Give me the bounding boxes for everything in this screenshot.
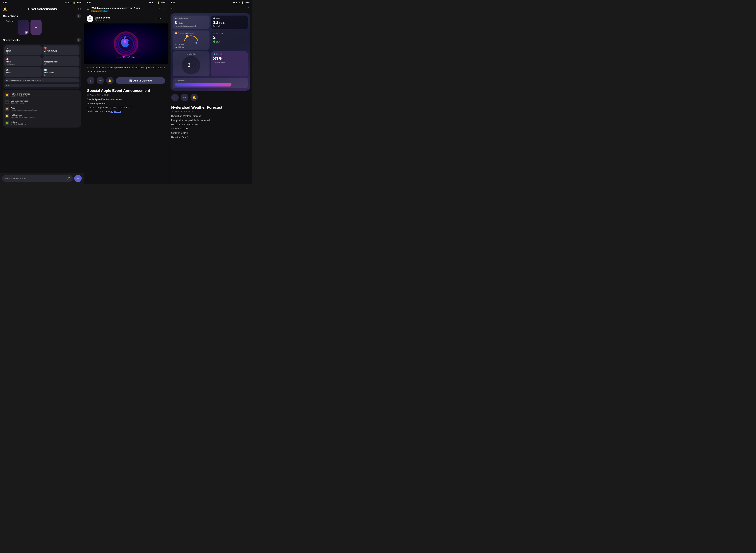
devices-text: Connected devices Bluetooth, pairing xyxy=(11,100,79,104)
humidity-label: 💧 Humidity xyxy=(213,53,246,55)
battery-settings-icon: 🔋 xyxy=(5,121,9,125)
sunrise-time: ☀ 6:02 am xyxy=(175,44,207,46)
back-button-3[interactable]: ← xyxy=(171,7,174,11)
torch-label: Torch xyxy=(6,50,40,52)
share-button[interactable]: ⬆ xyxy=(87,77,94,84)
sunrise-icon: 🌅 xyxy=(175,32,177,34)
visibility-icon: 👁 xyxy=(186,53,188,55)
star-icon[interactable]: ☆ xyxy=(158,8,161,11)
wind-label: 💨 Wind xyxy=(213,17,246,19)
tile-alarm[interactable]: ⏰ Alarm No alarm set xyxy=(4,56,41,66)
sender-info: Apple Events Yesterday xyxy=(95,16,154,21)
weather-line-1: Hyderabad Weather Forecast: xyxy=(171,114,249,118)
back-button[interactable]: ← xyxy=(86,8,90,11)
apps-icon: 📦 xyxy=(5,107,9,111)
edit-weather-icon: ✏ xyxy=(183,96,186,99)
home-label: Home xyxy=(6,72,40,74)
wifi-icon-3: ▲ xyxy=(235,1,238,4)
battery-title: Battery xyxy=(11,121,79,123)
history-button[interactable]: History xyxy=(4,84,79,87)
notifications-icon: 🔔 xyxy=(5,114,9,118)
tile-dnd[interactable]: 🔕 Do Not Disturb On xyxy=(42,46,80,56)
email-tags: External Inbox xyxy=(91,10,156,12)
bell-weather-button[interactable]: 🔔 xyxy=(190,94,198,101)
wifi-icon: ▲ xyxy=(67,1,69,4)
tile-torch[interactable]: 🕯 Torch Off xyxy=(4,46,41,56)
p1-header: 🔔 Pixel Screenshots ⚙ xyxy=(0,5,84,13)
precipitation-icon: 🌧 xyxy=(175,17,177,19)
battery-icon: 🔋 xyxy=(73,1,75,4)
pressure-icon: 🌡 xyxy=(175,80,177,82)
weather-main-title: Hyderabad Weather Forecast xyxy=(168,103,252,110)
quick-tiles: 🕯 Torch Off 🔕 Do Not Disturb On ⏰ Alarm … xyxy=(4,46,79,77)
visibility-label: 👁 Visibility xyxy=(186,53,196,55)
notifications-text: Notifications Notification history, conv… xyxy=(11,114,79,118)
status-icons-1: ⊖ ▲ ▲ 🔋 100% xyxy=(65,1,81,4)
bell-icon[interactable]: 🔔 xyxy=(3,7,7,11)
precipitation-unit: mm xyxy=(179,22,183,24)
apps-text: Apps Assistant, recent apps, default app… xyxy=(11,107,79,111)
collection-add-button[interactable]: + xyxy=(30,20,41,35)
uv-dot xyxy=(213,41,215,43)
dnd-icon-3: ⊖ xyxy=(233,1,235,4)
share-weather-button[interactable]: ⬆ xyxy=(171,94,179,101)
email-topbar: ← Watch a special announcement from Appl… xyxy=(84,5,168,14)
precipitation-label: 🌧 Precipitation xyxy=(175,17,207,19)
settings-item-battery[interactable]: 🔋 Battery 100% · 1 day, 12 hrs xyxy=(3,120,81,127)
weather-line-5: Sunset: 6:33 PM. xyxy=(171,131,249,135)
settings-item-apps[interactable]: 📦 Apps Assistant, recent apps, default a… xyxy=(3,105,81,112)
tile-airplane[interactable]: ✈ Aeroplane mode Off xyxy=(42,56,80,66)
collections-chevron[interactable]: › xyxy=(77,14,81,18)
add-to-calendar-button[interactable]: 📅 Add to Calendar xyxy=(116,77,165,84)
sender-name: Apple Events xyxy=(95,16,154,19)
glowtime-text: It's Glowtime. xyxy=(116,56,135,59)
battery-icon-3: 🔋 xyxy=(241,1,244,4)
settings-list: 📶 Network and Internet Mobile, Wi-Fi, ho… xyxy=(3,90,81,128)
plus-icon: + xyxy=(34,25,37,30)
settings-item-notifications[interactable]: 🔔 Notifications Notification history, co… xyxy=(3,112,81,120)
wind-icon: 💨 xyxy=(213,17,215,19)
edit-button[interactable]: ✏ xyxy=(97,77,104,84)
devices-title: Connected devices xyxy=(11,100,79,102)
visibility-card: 👁 Visibility 3 mi xyxy=(173,51,209,76)
reply-icon[interactable]: ↩↩ xyxy=(156,17,161,20)
airplane-icon: ✈ xyxy=(44,58,78,61)
sender-avatar xyxy=(87,15,93,22)
calendar-icon: 📅 xyxy=(129,79,132,82)
edit-weather-button[interactable]: ✏ xyxy=(181,94,188,101)
fab-add-button[interactable]: + xyxy=(74,175,82,182)
tile-home[interactable]: 🏠 Home xyxy=(4,67,41,77)
bell-weather-icon: 🔔 xyxy=(192,96,196,99)
wind-value: 13 km/h xyxy=(213,20,246,24)
screenshot-card-1[interactable]: 🕯 Torch Off 🔕 Do Not Disturb On ⏰ Alarm … xyxy=(3,44,81,89)
search-bar: Search screenshots 🎤 + xyxy=(0,173,84,184)
tile-autorotate[interactable]: 🔄 Auto-rotate On xyxy=(42,67,80,77)
email-meta-more[interactable]: ⋮ xyxy=(163,17,166,20)
devices-icon: 📱 xyxy=(5,100,9,104)
share-icon: ⬆ xyxy=(90,79,92,82)
network-text: Network and Internet Mobile, Wi-Fi, hots… xyxy=(11,93,79,97)
screenshots-chevron[interactable]: › xyxy=(77,38,81,42)
uv-sub: Low xyxy=(216,41,219,43)
gear-icon[interactable]: ⚙ xyxy=(78,7,81,11)
more-options-weather[interactable]: ⋮ xyxy=(247,7,250,11)
fab-plus-icon: + xyxy=(77,176,79,181)
search-input-pill[interactable]: Search screenshots 🎤 xyxy=(2,175,73,182)
weather-meta-date: 28 August 2024 at 08:46 xyxy=(168,110,252,114)
signal-icon-2: ▲ xyxy=(154,1,156,4)
precipitation-sub: No precipitation expected xyxy=(175,25,207,27)
detail-line-2: location: Apple Park xyxy=(87,102,165,106)
more-options-icon[interactable]: ⋮ xyxy=(163,8,166,12)
mic-icon[interactable]: 🎤 xyxy=(67,177,70,180)
screenshot-card-2[interactable]: 📶 Network and Internet Mobile, Wi-Fi, ho… xyxy=(3,90,81,128)
sunrise-arc xyxy=(184,35,198,43)
settings-item-network[interactable]: 📶 Network and Internet Mobile, Wi-Fi, ho… xyxy=(3,91,81,98)
apple-link[interactable]: apple.com xyxy=(110,110,121,113)
status-bar-3: 8:53 ⊖ ▲ ▲ 🔋 100% xyxy=(168,0,252,5)
autorotate-icon: 🔄 xyxy=(44,69,78,71)
email-meta: Apple Events Yesterday ↩↩ ⋮ xyxy=(84,14,168,23)
autorotate-sub: On xyxy=(44,74,78,76)
collection-card-1[interactable]: 3 xyxy=(17,20,29,35)
settings-item-devices[interactable]: 📱 Connected devices Bluetooth, pairing xyxy=(3,98,81,105)
bell-action-button[interactable]: 🔔 xyxy=(106,77,114,84)
